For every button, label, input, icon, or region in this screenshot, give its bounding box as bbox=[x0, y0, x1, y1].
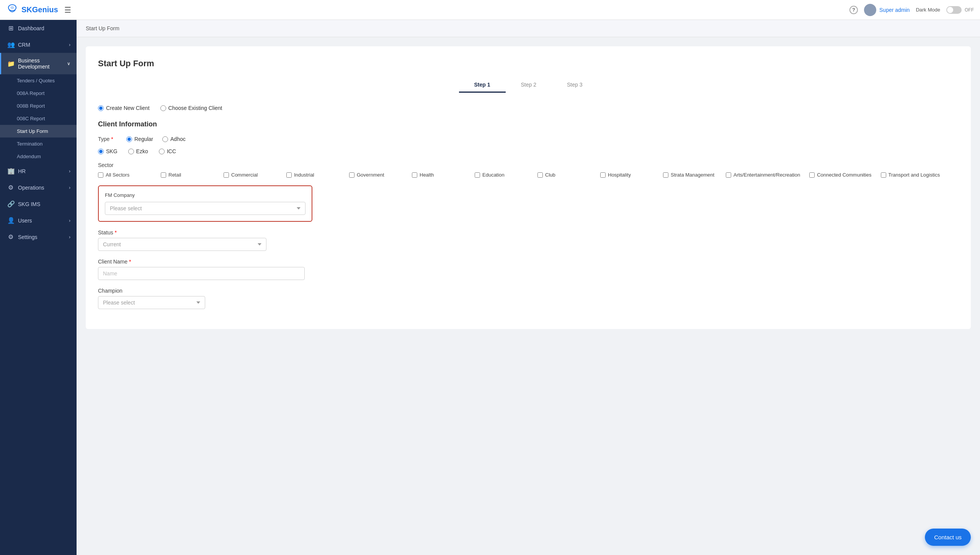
sidebar-sub-item-tenders[interactable]: Tenders / Quotes bbox=[0, 74, 77, 87]
step-3[interactable]: Step 3 bbox=[552, 78, 598, 93]
sidebar-item-business-development[interactable]: 📁 Business Development ∨ bbox=[0, 53, 77, 74]
sidebar-item-users[interactable]: 👤 Users › bbox=[0, 212, 77, 229]
sector-health[interactable]: Health bbox=[412, 172, 466, 178]
fm-company-select[interactable]: Please select bbox=[105, 202, 305, 215]
health-checkbox[interactable] bbox=[412, 172, 417, 178]
champion-label: Champion bbox=[98, 288, 205, 294]
strata-checkbox[interactable] bbox=[663, 172, 668, 178]
sidebar: ⊞ Dashboard 👥 CRM › 📁 Business Developme… bbox=[0, 20, 77, 555]
sector-commercial[interactable]: Commercial bbox=[224, 172, 277, 178]
choose-existing-client-input[interactable] bbox=[160, 105, 166, 111]
industrial-checkbox[interactable] bbox=[286, 172, 292, 178]
operations-arrow-icon: › bbox=[69, 185, 70, 190]
dark-mode-toggle[interactable]: OFF bbox=[946, 6, 974, 14]
step-1[interactable]: Step 1 bbox=[459, 78, 506, 93]
sector-transport[interactable]: Transport and Logistics bbox=[881, 172, 940, 178]
sidebar-item-dashboard[interactable]: ⊞ Dashboard bbox=[0, 20, 77, 36]
choose-existing-client-label: Choose Existing Client bbox=[168, 105, 222, 111]
toggle-track[interactable] bbox=[946, 6, 962, 14]
connected-label: Connected Communities bbox=[817, 172, 871, 178]
sector-arts[interactable]: Arts/Entertainment/Recreation bbox=[726, 172, 800, 178]
arts-label: Arts/Entertainment/Recreation bbox=[733, 172, 800, 178]
sidebar-item-operations[interactable]: ⚙ Operations › bbox=[0, 179, 77, 196]
arts-checkbox[interactable] bbox=[726, 172, 731, 178]
toggle-state: OFF bbox=[965, 7, 974, 13]
crm-icon: 👥 bbox=[7, 41, 14, 48]
sector-hospitality[interactable]: Hospitality bbox=[600, 172, 654, 178]
icc-radio[interactable]: ICC bbox=[159, 148, 176, 154]
sector-education[interactable]: Education bbox=[475, 172, 528, 178]
sidebar-sub-item-008b[interactable]: 008B Report bbox=[0, 100, 77, 112]
sector-strata[interactable]: Strata Management bbox=[663, 172, 717, 178]
type-required: * bbox=[111, 136, 113, 142]
hospitality-label: Hospitality bbox=[608, 172, 631, 178]
sidebar-sub-item-startup[interactable]: Start Up Form bbox=[0, 125, 77, 138]
fm-company-box: FM Company Please select bbox=[98, 185, 312, 222]
government-checkbox[interactable] bbox=[349, 172, 354, 178]
avatar-image bbox=[864, 4, 876, 16]
sidebar-item-crm[interactable]: 👥 CRM › bbox=[0, 36, 77, 53]
status-select[interactable]: Current Prospect Lost bbox=[98, 238, 266, 251]
dark-mode-label: Dark Mode bbox=[916, 7, 940, 13]
contact-us-button[interactable]: Contact us bbox=[925, 529, 971, 546]
sidebar-sub-item-008c[interactable]: 008C Report bbox=[0, 112, 77, 125]
skg-label: SKG bbox=[106, 148, 118, 154]
user-info: Super admin bbox=[864, 4, 910, 16]
regular-radio[interactable]: Regular bbox=[126, 136, 153, 142]
education-checkbox[interactable] bbox=[475, 172, 480, 178]
top-nav: SKGenius ☰ ? Super admin Dark Mode OFF bbox=[0, 0, 980, 20]
create-new-client-radio[interactable]: Create New Client bbox=[98, 105, 150, 111]
regular-label: Regular bbox=[134, 136, 153, 142]
type-row: Type * Regular Adhoc bbox=[98, 136, 959, 142]
retail-checkbox[interactable] bbox=[161, 172, 166, 178]
sidebar-item-label: Business Development bbox=[18, 57, 63, 70]
skg-input[interactable] bbox=[98, 149, 104, 154]
crm-arrow-icon: › bbox=[69, 42, 70, 47]
sidebar-sub-item-008a[interactable]: 008A Report bbox=[0, 87, 77, 100]
step-2[interactable]: Step 2 bbox=[506, 78, 552, 93]
hamburger-icon[interactable]: ☰ bbox=[64, 5, 71, 15]
adhoc-input[interactable] bbox=[162, 136, 168, 142]
icc-input[interactable] bbox=[159, 149, 165, 154]
sidebar-item-hr[interactable]: 🏢 HR › bbox=[0, 163, 77, 179]
sidebar-sub-item-termination[interactable]: Termination bbox=[0, 138, 77, 150]
sector-government[interactable]: Government bbox=[349, 172, 403, 178]
hospitality-checkbox[interactable] bbox=[600, 172, 606, 178]
help-icon[interactable]: ? bbox=[849, 6, 858, 14]
connected-checkbox[interactable] bbox=[809, 172, 815, 178]
toggle-thumb bbox=[947, 7, 953, 13]
all-sectors-checkbox[interactable] bbox=[98, 172, 103, 178]
sidebar-item-label: Users bbox=[18, 218, 65, 224]
sidebar-item-settings[interactable]: ⚙ Settings › bbox=[0, 229, 77, 245]
sector-industrial[interactable]: Industrial bbox=[286, 172, 340, 178]
sector-all-sectors[interactable]: All Sectors bbox=[98, 172, 152, 178]
sector-club[interactable]: Club bbox=[537, 172, 591, 178]
skg-radio[interactable]: SKG bbox=[98, 148, 118, 154]
ezko-input[interactable] bbox=[128, 149, 134, 154]
commercial-checkbox[interactable] bbox=[224, 172, 229, 178]
club-checkbox[interactable] bbox=[537, 172, 543, 178]
create-new-client-input[interactable] bbox=[98, 105, 104, 111]
health-label: Health bbox=[420, 172, 434, 178]
choose-existing-client-radio[interactable]: Choose Existing Client bbox=[160, 105, 222, 111]
hr-arrow-icon: › bbox=[69, 169, 70, 174]
sector-section: Sector All Sectors Retail Commercial bbox=[98, 162, 959, 178]
client-name-group: Client Name * bbox=[98, 259, 305, 280]
transport-checkbox[interactable] bbox=[881, 172, 886, 178]
ezko-radio[interactable]: Ezko bbox=[128, 148, 148, 154]
champion-select[interactable]: Please select bbox=[98, 296, 205, 309]
username[interactable]: Super admin bbox=[879, 7, 910, 13]
sector-retail[interactable]: Retail bbox=[161, 172, 214, 178]
adhoc-radio[interactable]: Adhoc bbox=[162, 136, 186, 142]
users-icon: 👤 bbox=[7, 217, 14, 224]
ezko-label: Ezko bbox=[136, 148, 148, 154]
layout: ⊞ Dashboard 👥 CRM › 📁 Business Developme… bbox=[0, 20, 980, 555]
business-dev-icon: 📁 bbox=[7, 60, 14, 67]
top-nav-right: ? Super admin Dark Mode OFF bbox=[849, 4, 974, 16]
operations-icon: ⚙ bbox=[7, 184, 14, 191]
client-name-input[interactable] bbox=[98, 267, 305, 280]
sidebar-sub-item-addendum[interactable]: Addendum bbox=[0, 150, 77, 163]
sidebar-item-skg-ims[interactable]: 🔗 SKG IMS bbox=[0, 196, 77, 212]
sector-connected[interactable]: Connected Communities bbox=[809, 172, 871, 178]
regular-input[interactable] bbox=[126, 136, 132, 142]
